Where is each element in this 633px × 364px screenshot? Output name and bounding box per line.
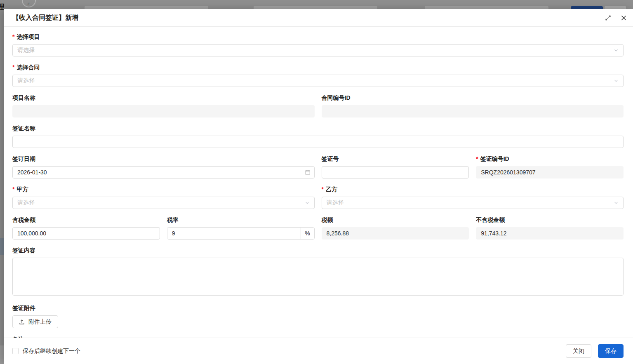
dialog-footer: 保存后继续创建下一个 关闭 保存 bbox=[4, 338, 633, 364]
background-input-sliver bbox=[85, 6, 208, 9]
background-sidebar-accent bbox=[0, 238, 4, 255]
visa-name-input[interactable] bbox=[12, 136, 624, 148]
field-contract: *选择合同 请选择 bbox=[12, 63, 624, 87]
field-visa-name: 签证名称 bbox=[12, 124, 624, 148]
required-asterisk: * bbox=[12, 33, 14, 41]
field-party-b: *乙方 请选择 bbox=[322, 185, 624, 209]
visa-no-input[interactable] bbox=[322, 166, 469, 178]
field-visa-attachment: 签证附件 附件上传 bbox=[12, 304, 624, 328]
field-project-name: 项目名称 bbox=[12, 94, 315, 117]
visa-name-label: 签证名称 bbox=[12, 124, 624, 132]
contract-label: 选择合同 bbox=[16, 63, 40, 71]
chevron-down-icon bbox=[614, 48, 619, 53]
background-sidebar-light bbox=[0, 345, 4, 364]
chevron-down-icon bbox=[305, 200, 310, 205]
required-asterisk: * bbox=[476, 155, 478, 163]
visa-id-input bbox=[476, 166, 624, 178]
field-visa-id: *签证编号ID bbox=[476, 155, 624, 178]
visa-no-label: 签证号 bbox=[322, 155, 469, 163]
project-label: 选择项目 bbox=[16, 33, 40, 41]
contract-no-input bbox=[322, 105, 624, 117]
amount-excl-tax-input bbox=[476, 227, 624, 240]
dialog-title: 【收入合同签证】新增 bbox=[12, 14, 78, 22]
dialog-header: 【收入合同签证】新增 bbox=[4, 9, 633, 27]
field-visa-content: 签证内容 bbox=[12, 246, 624, 297]
required-asterisk: * bbox=[12, 63, 14, 71]
save-continue-label: 保存后继续创建下一个 bbox=[23, 348, 80, 355]
footer-actions: 关闭 保存 bbox=[566, 344, 624, 358]
tax-rate-group: % bbox=[167, 227, 315, 240]
tax-rate-label: 税率 bbox=[167, 216, 315, 224]
dialog-body: *选择项目 请选择 *选择合同 请选择 项目名称 合同编号ID bbox=[4, 27, 633, 338]
field-party-a: *甲方 请选择 bbox=[12, 185, 315, 209]
field-sign-date: 签订日期 bbox=[12, 155, 315, 178]
tax-amount-input bbox=[322, 227, 469, 240]
tax-amount-label: 税额 bbox=[322, 216, 469, 224]
project-name-label: 项目名称 bbox=[12, 94, 315, 102]
tax-rate-input[interactable] bbox=[167, 228, 301, 239]
field-tax-rate: 税率 % bbox=[167, 216, 315, 240]
close-icon[interactable] bbox=[620, 14, 627, 21]
visa-attachment-label: 签证附件 bbox=[12, 304, 624, 312]
background-input-sliver bbox=[425, 6, 548, 9]
field-contract-no: 合同编号ID bbox=[322, 94, 624, 117]
sign-date-input[interactable] bbox=[17, 169, 305, 176]
close-button[interactable]: 关闭 bbox=[566, 344, 591, 358]
upload-icon bbox=[19, 319, 25, 325]
attachment-upload-button[interactable]: 附件上传 bbox=[12, 315, 58, 328]
party-b-select[interactable]: 请选择 bbox=[322, 197, 624, 209]
field-amount-excl-tax: 不含税金额 bbox=[476, 216, 624, 240]
required-asterisk: * bbox=[322, 185, 324, 193]
contract-select[interactable]: 请选择 bbox=[12, 75, 624, 87]
party-b-label: 乙方 bbox=[326, 185, 337, 193]
amount-incl-tax-label: 含税金额 bbox=[12, 216, 160, 224]
party-a-select[interactable]: 请选择 bbox=[12, 197, 315, 209]
field-project: *选择项目 请选择 bbox=[12, 33, 624, 56]
party-a-label: 甲方 bbox=[16, 185, 28, 193]
background-avatar-glyph: 〃 bbox=[26, 1, 31, 8]
calendar-icon bbox=[305, 169, 311, 175]
visa-content-label: 签证内容 bbox=[12, 246, 624, 254]
dialog-header-actions bbox=[604, 14, 627, 21]
project-name-input bbox=[12, 105, 315, 117]
background-button-sliver bbox=[605, 6, 626, 9]
required-asterisk: * bbox=[12, 185, 14, 193]
visa-id-label: 签证编号ID bbox=[480, 155, 509, 163]
save-continue-option[interactable]: 保存后继续创建下一个 bbox=[12, 348, 80, 355]
save-button[interactable]: 保存 bbox=[598, 344, 624, 358]
background-input-sliver bbox=[254, 6, 377, 9]
expand-icon[interactable] bbox=[604, 14, 612, 21]
percent-suffix: % bbox=[301, 228, 314, 239]
contract-no-label: 合同编号ID bbox=[322, 94, 624, 102]
project-select[interactable]: 请选择 bbox=[12, 44, 624, 56]
field-visa-no: 签证号 bbox=[322, 155, 469, 178]
sign-date-label: 签订日期 bbox=[12, 155, 315, 163]
background-primary-button-sliver bbox=[571, 6, 603, 9]
save-continue-checkbox[interactable] bbox=[12, 348, 19, 354]
sign-date-picker[interactable] bbox=[12, 166, 315, 178]
chevron-down-icon bbox=[614, 78, 619, 83]
chevron-down-icon bbox=[614, 200, 619, 205]
amount-incl-tax-input[interactable] bbox=[12, 227, 160, 240]
upload-button-label: 附件上传 bbox=[28, 318, 52, 326]
amount-excl-tax-label: 不含税金额 bbox=[476, 216, 624, 224]
income-contract-visa-dialog: 【收入合同签证】新增 *选择项目 请选择 bbox=[4, 9, 633, 364]
field-tax-amount: 税额 bbox=[322, 216, 469, 240]
field-amount-incl-tax: 含税金额 bbox=[12, 216, 160, 240]
visa-content-input[interactable] bbox=[12, 258, 624, 296]
